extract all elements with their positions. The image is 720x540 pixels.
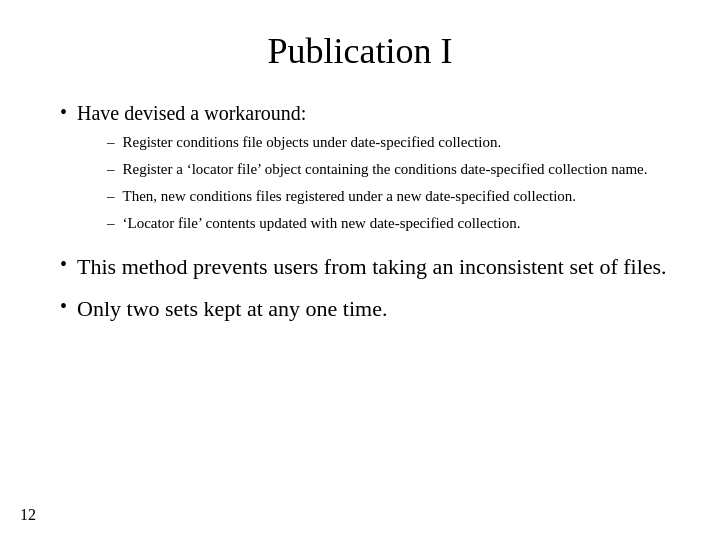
sub-bullet-4-text: ‘Locator file’ contents updated with new… (123, 213, 521, 234)
slide-title: Publication I (40, 30, 680, 72)
bullet-symbol-1: • (60, 101, 67, 124)
bullet-item-1: • Have devised a workaround: – Register … (60, 100, 680, 240)
sub-bullet-item-2: – Register a ‘locator file’ object conta… (107, 159, 647, 180)
sub-bullet-item-1: – Register conditions file objects under… (107, 132, 647, 153)
bullet-symbol-2: • (60, 253, 67, 276)
content-area: • Have devised a workaround: – Register … (40, 100, 680, 323)
sub-bullet-1-text: Register conditions file objects under d… (123, 132, 502, 153)
sub-bullet-symbol-1: – (107, 134, 115, 151)
bullet-1-content: Have devised a workaround: – Register co… (77, 100, 647, 240)
sub-bullets-1: – Register conditions file objects under… (107, 132, 647, 234)
page-number: 12 (20, 506, 36, 524)
sub-bullet-3-text: Then, new conditions files registered un… (123, 186, 577, 207)
bullet-symbol-3: • (60, 295, 67, 318)
bullet-item-2: • This method prevents users from taking… (60, 252, 680, 282)
sub-bullet-2-text: Register a ‘locator file’ object contain… (123, 159, 648, 180)
sub-bullet-symbol-2: – (107, 161, 115, 178)
sub-bullet-symbol-4: – (107, 215, 115, 232)
bullet-2-text: This method prevents users from taking a… (77, 252, 667, 282)
sub-bullet-symbol-3: – (107, 188, 115, 205)
sub-bullet-item-4: – ‘Locator file’ contents updated with n… (107, 213, 647, 234)
sub-bullet-item-3: – Then, new conditions files registered … (107, 186, 647, 207)
bullet-1-text: Have devised a workaround: (77, 102, 306, 124)
bullet-item-3: • Only two sets kept at any one time. (60, 294, 680, 324)
slide-container: Publication I • Have devised a workaroun… (0, 0, 720, 540)
bullet-3-text: Only two sets kept at any one time. (77, 294, 387, 324)
